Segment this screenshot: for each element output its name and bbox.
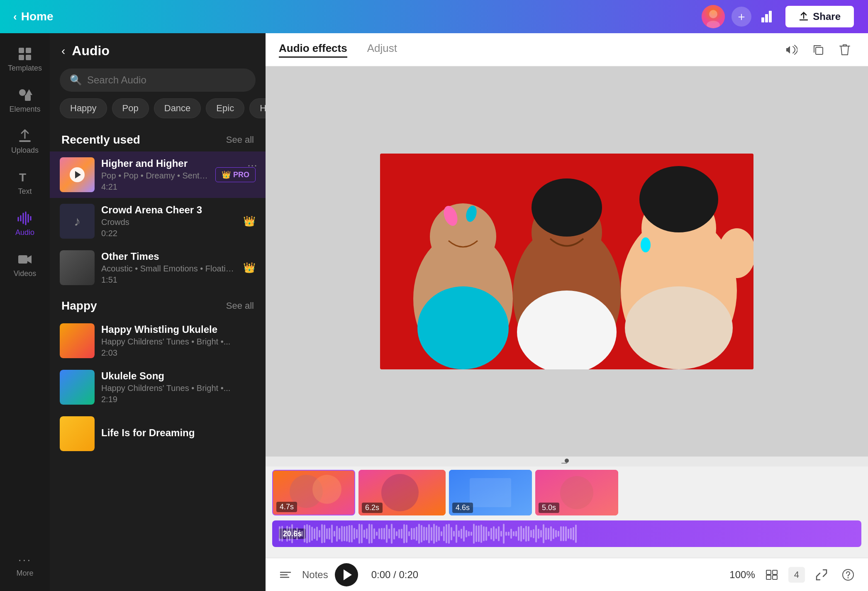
- sidebar-item-audio-label: Audio: [15, 228, 34, 237]
- sidebar-item-templates[interactable]: Templates: [0, 40, 50, 79]
- time-display: 0:00 / 0:20: [371, 569, 418, 581]
- play-button[interactable]: [335, 563, 358, 586]
- sidebar-item-uploads-label: Uploads: [11, 146, 39, 155]
- sidebar-item-elements[interactable]: Elements: [0, 81, 50, 120]
- track-more-button-higher[interactable]: ⋯: [247, 160, 257, 171]
- add-button[interactable]: ＋: [731, 7, 751, 27]
- track-tags-whistling: Happy Childrens' Tunes • Bright •...: [101, 337, 256, 347]
- happy-title: Happy: [61, 299, 97, 313]
- copy-button[interactable]: [808, 40, 828, 60]
- filter-chip-dance[interactable]: Dance: [154, 98, 201, 118]
- crown-icon-crowd: 👑: [243, 215, 256, 227]
- home-button[interactable]: ‹ Home: [13, 10, 53, 23]
- more-dots-icon: ···: [18, 553, 32, 567]
- audio-waveform: [272, 520, 861, 547]
- sidebar-item-audio[interactable]: Audio: [0, 204, 50, 244]
- grid-view-button[interactable]: [762, 565, 782, 585]
- svg-point-33: [565, 459, 569, 463]
- collapse-handle[interactable]: [266, 457, 868, 466]
- help-button[interactable]: [838, 565, 858, 585]
- track-item-dreaming[interactable]: Life Is for Dreaming: [50, 410, 266, 457]
- svg-rect-15: [816, 47, 823, 54]
- filter-chips: Happy Pop Dance Epic Happy b ›: [50, 98, 266, 125]
- svg-rect-11: [25, 95, 31, 101]
- back-button[interactable]: ‹: [61, 44, 65, 58]
- svg-point-48: [848, 577, 849, 578]
- svg-rect-7: [26, 48, 31, 53]
- svg-rect-45: [766, 575, 771, 579]
- expand-button[interactable]: [812, 565, 831, 585]
- page-number: 4: [794, 569, 799, 580]
- pro-label: PRO: [233, 171, 249, 179]
- svg-point-18: [430, 203, 496, 270]
- track-duration-ukulele: 2:19: [101, 395, 256, 404]
- track-tags-ukulele: Happy Childrens' Tunes • Bright •...: [101, 383, 256, 393]
- crown-icon-other: 👑: [243, 262, 256, 274]
- svg-text:T: T: [19, 171, 26, 184]
- svg-point-1: [709, 10, 717, 18]
- filter-chip-pop[interactable]: Pop: [112, 98, 149, 118]
- track-name-ukulele: Ukulele Song: [101, 370, 256, 382]
- svg-point-30: [625, 286, 733, 369]
- track-tags-higher: Pop • Pop • Dreamy • Sentimental: [101, 171, 209, 181]
- track-tags-other: Acoustic • Small Emotions • Floating •..…: [101, 264, 237, 274]
- filter-chip-happy[interactable]: Happy: [60, 98, 107, 118]
- video-clip-2[interactable]: 6.2s: [358, 470, 446, 515]
- stats-button[interactable]: [758, 7, 778, 27]
- track-info-higher: Higher and Higher Pop • Pop • Dreamy • S…: [101, 158, 209, 192]
- track-thumb-crowd: ♪: [60, 204, 95, 239]
- video-clip-1[interactable]: 4.7s: [272, 470, 355, 515]
- audio-track-bar[interactable]: 20.6s: [272, 520, 861, 547]
- sidebar-item-uploads[interactable]: Uploads: [0, 122, 50, 161]
- track-thumb-higher: [60, 157, 95, 192]
- svg-point-38: [381, 474, 419, 511]
- zoom-display: 100%: [729, 569, 755, 581]
- sidebar-item-text[interactable]: T Text: [0, 163, 50, 203]
- happy-header: Happy See all: [50, 291, 266, 317]
- filter-chip-epic[interactable]: Epic: [206, 98, 244, 118]
- filter-chip-happyb[interactable]: Happy b: [249, 98, 266, 118]
- tab-adjust[interactable]: Adjust: [367, 42, 397, 58]
- page-indicator: 4: [788, 567, 805, 583]
- svg-point-36: [312, 475, 341, 504]
- play-triangle-main-icon: [344, 569, 352, 580]
- track-item-whistling[interactable]: Happy Whistling Ukulele Happy Childrens'…: [50, 317, 266, 364]
- svg-point-26: [639, 166, 718, 232]
- track-thumb-ukulele: [60, 370, 95, 405]
- search-input[interactable]: [87, 74, 246, 86]
- tab-audio-effects[interactable]: Audio effects: [279, 42, 347, 58]
- track-item-ukulele[interactable]: Ukulele Song Happy Childrens' Tunes • Br…: [50, 364, 266, 410]
- track-name-crowd: Crowd Arena Cheer 3: [101, 204, 237, 216]
- track-info-whistling: Happy Whistling Ukulele Happy Childrens'…: [101, 324, 256, 358]
- track-info-other: Other Times Acoustic • Small Emotions • …: [101, 251, 237, 285]
- happy-see-all[interactable]: See all: [226, 300, 254, 311]
- track-duration-higher: 4:21: [101, 182, 209, 192]
- share-button[interactable]: Share: [785, 5, 855, 28]
- svg-rect-6: [19, 48, 24, 53]
- topbar: ‹ Home ＋ Share: [0, 0, 868, 33]
- avatar[interactable]: [702, 5, 725, 28]
- recently-used-header: Recently used See all: [50, 125, 266, 151]
- search-icon: 🔍: [70, 74, 82, 86]
- volume-button[interactable]: [782, 40, 802, 60]
- track-item-other[interactable]: Other Times Acoustic • Small Emotions • …: [50, 244, 266, 291]
- svg-rect-8: [19, 55, 24, 60]
- sidebar-item-templates-label: Templates: [8, 64, 42, 73]
- track-name-higher: Higher and Higher: [101, 158, 209, 169]
- track-info-ukulele: Ukulele Song Happy Childrens' Tunes • Br…: [101, 370, 256, 404]
- notes-button[interactable]: [276, 565, 295, 585]
- panel-header: ‹ Audio: [50, 33, 266, 65]
- sidebar-item-more-label: More: [16, 569, 33, 578]
- sidebar-item-videos[interactable]: Videos: [0, 245, 50, 285]
- track-item-crowd[interactable]: ♪ Crowd Arena Cheer 3 Crowds 0:22 👑: [50, 198, 266, 244]
- panel-tabs: Audio effects Adjust: [266, 33, 868, 66]
- delete-button[interactable]: [835, 40, 855, 60]
- panel-scroll[interactable]: Recently used See all Higher and Higher …: [50, 125, 266, 591]
- svg-point-42: [560, 476, 593, 509]
- svg-rect-4: [765, 14, 768, 22]
- video-clip-3[interactable]: 4.6s: [449, 470, 532, 515]
- track-item-higher[interactable]: Higher and Higher Pop • Pop • Dreamy • S…: [50, 151, 266, 198]
- recently-used-see-all[interactable]: See all: [226, 134, 254, 145]
- video-clip-4[interactable]: 5.0s: [535, 470, 618, 515]
- sidebar-item-more[interactable]: ··· More: [0, 547, 50, 584]
